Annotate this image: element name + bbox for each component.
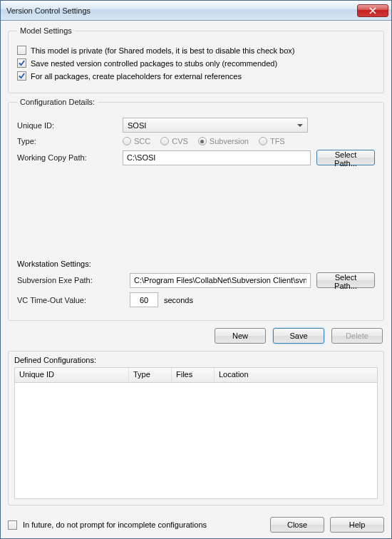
type-cvs-radio[interactable]: CVS xyxy=(160,137,188,145)
private-label: This model is private (for Shared models… xyxy=(31,46,295,55)
timeout-label: VC Time-Out Value: xyxy=(17,296,124,304)
select-exe-path-button[interactable]: Select Path... xyxy=(316,272,375,288)
exe-path-label: Subversion Exe Path: xyxy=(17,276,124,284)
placeholders-checkbox[interactable] xyxy=(17,71,26,81)
save-button[interactable]: Save xyxy=(273,328,324,344)
exe-path-input[interactable] xyxy=(130,273,311,288)
no-prompt-checkbox[interactable] xyxy=(8,520,17,530)
defined-configs-group: Defined Configurations: Unique ID Type F… xyxy=(8,351,384,505)
dialog-footer: In future, do not prompt for incomplete … xyxy=(1,511,391,538)
close-dialog-button[interactable]: Close xyxy=(270,517,324,533)
model-settings-legend: Model Settings xyxy=(17,26,75,35)
private-checkbox[interactable] xyxy=(17,46,26,55)
unique-id-value: SOSI xyxy=(128,121,146,130)
col-location[interactable]: Location xyxy=(215,368,377,382)
timeout-input[interactable] xyxy=(130,292,158,307)
stubs-checkbox[interactable] xyxy=(17,58,26,68)
stubs-label: Save nested version controlled packages … xyxy=(31,59,277,68)
close-icon xyxy=(369,7,376,14)
dialog-content: Model Settings This model is private (fo… xyxy=(1,21,391,511)
defined-grid-header: Unique ID Type Files Location xyxy=(14,367,378,383)
working-copy-input[interactable] xyxy=(123,150,311,165)
defined-grid-body[interactable] xyxy=(14,383,378,499)
dialog-window: Version Control Settings Model Settings … xyxy=(0,0,392,539)
unique-id-combo[interactable]: SOSI xyxy=(123,118,308,133)
new-button[interactable]: New xyxy=(215,328,266,344)
unique-id-label: Unique ID: xyxy=(17,121,117,130)
col-type[interactable]: Type xyxy=(129,368,172,382)
defined-configs-label: Defined Configurations: xyxy=(14,356,378,364)
workstation-settings-label: Workstation Settings: xyxy=(17,260,375,268)
type-svn-radio[interactable]: Subversion xyxy=(198,137,249,145)
select-path-button[interactable]: Select Path... xyxy=(316,150,375,165)
help-button[interactable]: Help xyxy=(330,517,384,533)
action-button-row: New Save Delete xyxy=(8,325,384,346)
delete-button[interactable]: Delete xyxy=(331,328,383,344)
type-radio-group: SCC CVS Subversion TFS xyxy=(123,137,285,145)
working-copy-label: Working Copy Path: xyxy=(17,153,117,162)
window-title: Version Control Settings xyxy=(6,6,357,15)
no-prompt-label: In future, do not prompt for incomplete … xyxy=(23,520,207,529)
timeout-unit: seconds xyxy=(164,296,193,304)
titlebar[interactable]: Version Control Settings xyxy=(1,1,391,21)
col-unique-id[interactable]: Unique ID xyxy=(15,368,129,382)
config-details-legend: Configuration Details: xyxy=(17,98,98,106)
close-button[interactable] xyxy=(357,4,388,17)
placeholders-label: For all packages, create placeholders fo… xyxy=(31,72,242,81)
type-tfs-radio[interactable]: TFS xyxy=(259,137,285,145)
col-files[interactable]: Files xyxy=(172,368,215,382)
config-details-group: Configuration Details: Unique ID: SOSI T… xyxy=(8,98,384,321)
type-scc-radio[interactable]: SCC xyxy=(123,137,150,145)
model-settings-group: Model Settings This model is private (fo… xyxy=(8,26,384,93)
type-label: Type: xyxy=(17,137,117,145)
